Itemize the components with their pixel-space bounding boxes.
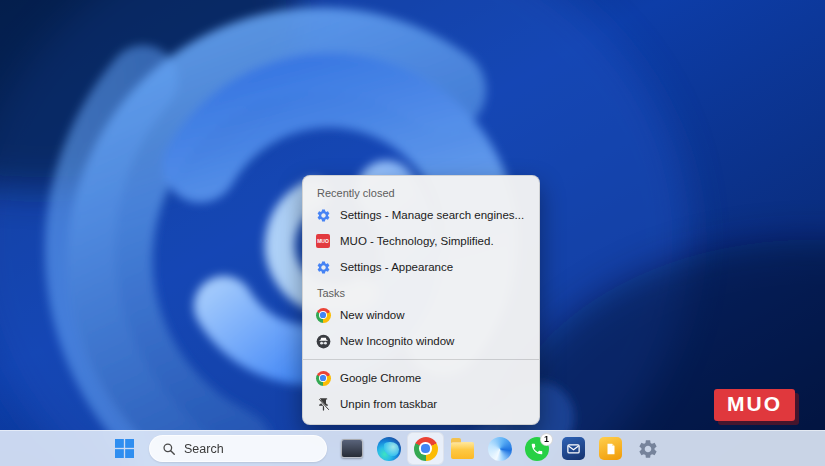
jumplist-item-label: Settings - Manage search engines... (340, 209, 524, 221)
jumplist-item-label: New window (340, 309, 405, 321)
windows-logo-icon (115, 439, 134, 458)
file-explorer-button[interactable] (444, 432, 481, 465)
search-icon (162, 442, 176, 456)
settings-gear-icon (315, 207, 331, 223)
edge-button[interactable] (370, 432, 407, 465)
jumplist-item-new-incognito-window[interactable]: New Incognito window (303, 328, 539, 354)
chrome-icon (414, 437, 438, 461)
section-header-recently-closed: Recently closed (303, 180, 539, 202)
notification-badge: 1 (540, 433, 553, 446)
settings-button[interactable] (629, 432, 666, 465)
whatsapp-button[interactable]: 1 (518, 432, 555, 465)
desktop: Recently closed Settings - Manage search… (0, 0, 825, 466)
jumplist-item-google-chrome[interactable]: Google Chrome (303, 365, 539, 391)
phone-link-icon (488, 437, 512, 461)
settings-gear-icon (637, 438, 659, 460)
chrome-taskbar-jumplist: Recently closed Settings - Manage search… (302, 175, 540, 425)
jumplist-item-label: Settings - Appearance (340, 261, 453, 273)
edge-icon (377, 437, 401, 461)
taskbar: Search 1 (0, 430, 825, 466)
start-button[interactable] (106, 432, 143, 465)
jumplist-item-new-window[interactable]: New window (303, 302, 539, 328)
jumplist-item-label: New Incognito window (340, 335, 454, 347)
mail-button[interactable] (555, 432, 592, 465)
chrome-icon (315, 370, 331, 386)
jumplist-item-muo-tab[interactable]: MUO MUO - Technology, Simplified. (303, 228, 539, 254)
files-button[interactable] (592, 432, 629, 465)
muo-watermark: MUO (714, 389, 795, 421)
chrome-button[interactable] (407, 432, 444, 465)
jumplist-item-label: MUO - Technology, Simplified. (340, 235, 494, 247)
jumplist-item-settings-search-engines[interactable]: Settings - Manage search engines... (303, 202, 539, 228)
jumplist-item-settings-appearance[interactable]: Settings - Appearance (303, 254, 539, 280)
section-header-tasks: Tasks (303, 280, 539, 302)
jumplist-separator (303, 359, 539, 360)
file-explorer-icon (451, 442, 474, 459)
jumplist-item-label: Unpin from taskbar (340, 398, 437, 410)
search-box[interactable]: Search (149, 435, 327, 462)
unpin-icon (315, 396, 331, 412)
jumplist-item-label: Google Chrome (340, 372, 421, 384)
app-window-button[interactable] (333, 432, 370, 465)
mail-icon (562, 437, 585, 460)
muo-favicon-icon: MUO (315, 233, 331, 249)
jumplist-item-unpin-from-taskbar[interactable]: Unpin from taskbar (303, 391, 539, 417)
incognito-icon (315, 333, 331, 349)
phone-link-button[interactable] (481, 432, 518, 465)
chrome-icon (315, 307, 331, 323)
app-window-icon (341, 439, 363, 458)
files-app-icon (599, 437, 622, 460)
search-label: Search (184, 442, 224, 456)
settings-gear-icon (315, 259, 331, 275)
